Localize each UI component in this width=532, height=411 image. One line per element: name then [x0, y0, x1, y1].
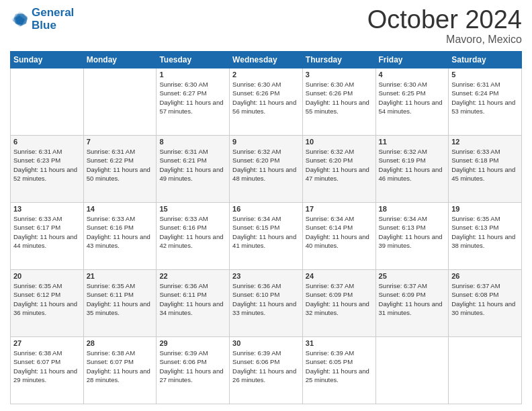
day-info: Sunrise: 6:30 AMSunset: 6:27 PMDaylight:… [159, 80, 226, 116]
day-number: 31 [306, 339, 373, 347]
day-number: 2 [232, 71, 300, 79]
day-info: Sunrise: 6:32 AMSunset: 6:20 PMDaylight:… [306, 147, 373, 183]
weekday-header-row: SundayMondayTuesdayWednesdayThursdayFrid… [11, 52, 522, 68]
weekday-header-saturday: Saturday [449, 52, 522, 68]
day-info: Sunrise: 6:32 AMSunset: 6:19 PMDaylight:… [379, 147, 446, 183]
day-number: 19 [451, 205, 519, 213]
day-cell: 21Sunrise: 6:35 AMSunset: 6:11 PMDayligh… [83, 270, 157, 337]
day-cell: 18Sunrise: 6:34 AMSunset: 6:13 PMDayligh… [375, 203, 449, 270]
day-info: Sunrise: 6:35 AMSunset: 6:12 PMDaylight:… [13, 281, 81, 317]
day-info: Sunrise: 6:32 AMSunset: 6:20 PMDaylight:… [232, 147, 300, 183]
weekday-header-wednesday: Wednesday [230, 52, 303, 68]
week-row-3: 13Sunrise: 6:33 AMSunset: 6:17 PMDayligh… [11, 203, 522, 270]
day-cell: 22Sunrise: 6:36 AMSunset: 6:11 PMDayligh… [157, 270, 230, 337]
weekday-header-monday: Monday [83, 52, 157, 68]
day-info: Sunrise: 6:34 AMSunset: 6:14 PMDaylight:… [306, 214, 373, 250]
week-row-2: 6Sunrise: 6:31 AMSunset: 6:23 PMDaylight… [11, 136, 522, 203]
day-number: 13 [13, 205, 81, 213]
day-info: Sunrise: 6:30 AMSunset: 6:26 PMDaylight:… [306, 80, 373, 116]
day-cell: 24Sunrise: 6:37 AMSunset: 6:09 PMDayligh… [302, 270, 375, 337]
day-info: Sunrise: 6:34 AMSunset: 6:15 PMDaylight:… [232, 214, 300, 250]
day-cell: 1Sunrise: 6:30 AMSunset: 6:27 PMDaylight… [157, 68, 230, 136]
day-info: Sunrise: 6:36 AMSunset: 6:11 PMDaylight:… [159, 281, 226, 317]
day-cell: 8Sunrise: 6:31 AMSunset: 6:21 PMDaylight… [157, 136, 230, 203]
day-cell: 17Sunrise: 6:34 AMSunset: 6:14 PMDayligh… [302, 203, 375, 270]
day-cell: 6Sunrise: 6:31 AMSunset: 6:23 PMDaylight… [11, 136, 84, 203]
day-number: 14 [87, 205, 154, 213]
weekday-header-thursday: Thursday [302, 52, 375, 68]
day-cell: 28Sunrise: 6:38 AMSunset: 6:07 PMDayligh… [83, 337, 157, 404]
day-cell: 20Sunrise: 6:35 AMSunset: 6:12 PMDayligh… [11, 270, 84, 337]
weekday-header-sunday: Sunday [11, 52, 84, 68]
day-number: 24 [306, 272, 373, 280]
day-cell: 31Sunrise: 6:39 AMSunset: 6:05 PMDayligh… [302, 337, 375, 404]
title-area: October 2024 Mavoro, Mexico [367, 7, 522, 46]
day-info: Sunrise: 6:31 AMSunset: 6:22 PMDaylight:… [87, 147, 154, 183]
day-cell [83, 68, 157, 136]
header: General Blue October 2024 Mavoro, Mexico [10, 7, 522, 46]
day-number: 3 [306, 71, 373, 79]
day-info: Sunrise: 6:31 AMSunset: 6:23 PMDaylight:… [13, 147, 81, 183]
day-info: Sunrise: 6:39 AMSunset: 6:06 PMDaylight:… [232, 349, 300, 384]
day-cell [11, 68, 84, 136]
day-cell [449, 337, 522, 404]
day-cell: 2Sunrise: 6:30 AMSunset: 6:26 PMDaylight… [230, 68, 303, 136]
day-number: 1 [159, 71, 226, 79]
day-info: Sunrise: 6:33 AMSunset: 6:16 PMDaylight:… [159, 214, 226, 250]
day-info: Sunrise: 6:39 AMSunset: 6:05 PMDaylight:… [306, 349, 373, 384]
day-number: 21 [87, 272, 154, 280]
day-info: Sunrise: 6:31 AMSunset: 6:21 PMDaylight:… [159, 147, 226, 183]
day-number: 26 [451, 272, 519, 280]
location-subtitle: Mavoro, Mexico [367, 34, 522, 46]
weekday-header-tuesday: Tuesday [157, 52, 230, 68]
page: General Blue October 2024 Mavoro, Mexico… [0, 0, 532, 411]
day-info: Sunrise: 6:37 AMSunset: 6:09 PMDaylight:… [306, 281, 373, 317]
day-number: 6 [13, 138, 81, 146]
day-cell: 3Sunrise: 6:30 AMSunset: 6:26 PMDaylight… [302, 68, 375, 136]
month-title: October 2024 [367, 7, 522, 32]
day-cell: 11Sunrise: 6:32 AMSunset: 6:19 PMDayligh… [375, 136, 449, 203]
day-number: 27 [13, 339, 81, 347]
day-number: 12 [451, 138, 519, 146]
day-number: 10 [306, 138, 373, 146]
day-info: Sunrise: 6:35 AMSunset: 6:11 PMDaylight:… [87, 281, 154, 317]
day-cell: 29Sunrise: 6:39 AMSunset: 6:06 PMDayligh… [157, 337, 230, 404]
day-cell: 26Sunrise: 6:37 AMSunset: 6:08 PMDayligh… [449, 270, 522, 337]
day-number: 7 [87, 138, 154, 146]
day-number: 20 [13, 272, 81, 280]
day-info: Sunrise: 6:37 AMSunset: 6:08 PMDaylight:… [451, 281, 519, 317]
day-number: 23 [232, 272, 300, 280]
day-info: Sunrise: 6:34 AMSunset: 6:13 PMDaylight:… [379, 214, 446, 250]
day-number: 15 [159, 205, 226, 213]
week-row-1: 1Sunrise: 6:30 AMSunset: 6:27 PMDaylight… [11, 68, 522, 136]
logo-icon [10, 10, 29, 29]
day-number: 29 [159, 339, 226, 347]
logo: General Blue [10, 7, 74, 32]
day-cell: 10Sunrise: 6:32 AMSunset: 6:20 PMDayligh… [302, 136, 375, 203]
day-cell: 14Sunrise: 6:33 AMSunset: 6:16 PMDayligh… [83, 203, 157, 270]
weekday-header-friday: Friday [375, 52, 449, 68]
day-cell: 27Sunrise: 6:38 AMSunset: 6:07 PMDayligh… [11, 337, 84, 404]
day-cell: 7Sunrise: 6:31 AMSunset: 6:22 PMDaylight… [83, 136, 157, 203]
day-cell: 16Sunrise: 6:34 AMSunset: 6:15 PMDayligh… [230, 203, 303, 270]
logo-text: General Blue [32, 7, 74, 32]
day-info: Sunrise: 6:37 AMSunset: 6:09 PMDaylight:… [379, 281, 446, 317]
day-number: 30 [232, 339, 300, 347]
day-cell: 15Sunrise: 6:33 AMSunset: 6:16 PMDayligh… [157, 203, 230, 270]
day-info: Sunrise: 6:33 AMSunset: 6:17 PMDaylight:… [13, 214, 81, 250]
day-number: 11 [379, 138, 446, 146]
week-row-5: 27Sunrise: 6:38 AMSunset: 6:07 PMDayligh… [11, 337, 522, 404]
day-number: 18 [379, 205, 446, 213]
day-cell: 4Sunrise: 6:30 AMSunset: 6:25 PMDaylight… [375, 68, 449, 136]
day-number: 28 [87, 339, 154, 347]
day-info: Sunrise: 6:30 AMSunset: 6:25 PMDaylight:… [379, 80, 446, 116]
day-cell: 19Sunrise: 6:35 AMSunset: 6:13 PMDayligh… [449, 203, 522, 270]
day-cell: 9Sunrise: 6:32 AMSunset: 6:20 PMDaylight… [230, 136, 303, 203]
day-cell: 12Sunrise: 6:33 AMSunset: 6:18 PMDayligh… [449, 136, 522, 203]
day-number: 9 [232, 138, 300, 146]
day-info: Sunrise: 6:30 AMSunset: 6:26 PMDaylight:… [232, 80, 300, 116]
day-number: 17 [306, 205, 373, 213]
day-number: 8 [159, 138, 226, 146]
day-cell: 23Sunrise: 6:36 AMSunset: 6:10 PMDayligh… [230, 270, 303, 337]
day-cell: 25Sunrise: 6:37 AMSunset: 6:09 PMDayligh… [375, 270, 449, 337]
